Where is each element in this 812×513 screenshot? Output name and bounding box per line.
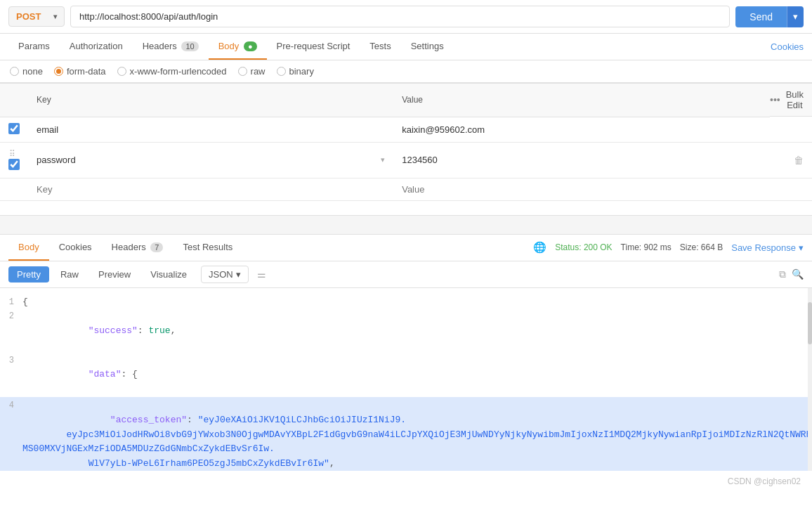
top-bar: POST ▾ Send ▾ xyxy=(0,0,812,34)
password-chevron-icon[interactable]: ▾ xyxy=(381,155,385,164)
send-button-group: Send ▾ xyxy=(735,6,804,27)
response-time: Time: 902 ms xyxy=(621,242,672,252)
radio-none[interactable] xyxy=(10,67,19,76)
radio-binary[interactable] xyxy=(277,67,286,76)
col-check xyxy=(0,84,28,117)
row3-key-cell xyxy=(28,178,393,200)
response-tab-bar: Body Cookies Headers 7 Test Results 🌐 St… xyxy=(0,235,812,261)
option-urlencoded[interactable]: x-www-form-urlencoded xyxy=(117,66,227,77)
scrollbar-thumb[interactable] xyxy=(808,302,812,344)
row1-value-cell xyxy=(393,117,770,142)
tab-body[interactable]: Body ● xyxy=(209,34,267,60)
watermark-text: CSDN @cighsen02 xyxy=(728,476,801,486)
drag-handle-icon[interactable]: ⠿ xyxy=(9,149,15,159)
option-form-data-label: form-data xyxy=(67,66,106,77)
format-type-select[interactable]: JSON ▾ xyxy=(201,266,249,283)
filter-icon[interactable]: ⚌ xyxy=(257,268,266,280)
row2-value-input[interactable] xyxy=(402,155,761,165)
radio-raw[interactable] xyxy=(238,67,247,76)
row3-value-cell xyxy=(393,178,770,200)
radio-form-data[interactable] xyxy=(54,67,63,76)
url-input[interactable] xyxy=(70,6,730,27)
table-row xyxy=(0,178,812,200)
row2-check-cell: ⠿ xyxy=(0,142,28,178)
col-actions: ••• Bulk Edit xyxy=(770,84,812,117)
table-row: ⠿ ▾ 🗑 xyxy=(0,142,812,178)
row1-checkbox[interactable] xyxy=(8,123,20,134)
send-arrow-button[interactable]: ▾ xyxy=(787,6,804,27)
response-tab-body[interactable]: Body xyxy=(8,235,49,261)
table-row xyxy=(0,117,812,142)
radio-urlencoded[interactable] xyxy=(117,67,126,76)
format-type-label: JSON xyxy=(209,269,233,280)
option-urlencoded-label: x-www-form-urlencoded xyxy=(130,66,227,77)
method-chevron-icon: ▾ xyxy=(53,13,57,20)
json-line-2: 2 "success": true, xyxy=(0,309,812,353)
option-none[interactable]: none xyxy=(10,66,43,77)
form-table-wrapper: Key Value ••• Bulk Edit xyxy=(0,83,812,201)
search-icon[interactable]: 🔍 xyxy=(792,268,804,280)
option-none-label: none xyxy=(22,66,43,77)
option-binary-label: binary xyxy=(289,66,314,77)
delete-row-icon[interactable]: 🗑 xyxy=(794,155,804,166)
row3-check-cell xyxy=(0,178,28,200)
response-tab-test-results[interactable]: Test Results xyxy=(173,235,242,261)
row1-key-cell xyxy=(28,117,393,142)
form-table: Key Value ••• Bulk Edit xyxy=(0,84,812,201)
request-tab-bar: Params Authorization Headers 10 Body ● P… xyxy=(0,34,812,60)
tab-authorization[interactable]: Authorization xyxy=(60,34,133,60)
row3-key-input[interactable] xyxy=(37,184,385,195)
row1-key-input[interactable] xyxy=(37,124,385,135)
json-viewer: 1 { 2 "success": true, 3 "data": { 4 "ac… xyxy=(0,288,812,471)
table-header-row: Key Value ••• Bulk Edit xyxy=(0,84,812,117)
format-raw-button[interactable]: Raw xyxy=(52,266,87,283)
row2-checkbox[interactable] xyxy=(8,159,20,170)
response-status-bar: 🌐 Status: 200 OK Time: 902 ms Size: 664 … xyxy=(533,241,804,254)
save-response-button[interactable]: Save Response ▾ xyxy=(731,242,804,253)
row1-check-cell xyxy=(0,117,28,142)
json-viewer-area: 1 { 2 "success": true, 3 "data": { 4 "ac… xyxy=(0,288,812,471)
format-chevron-icon: ▾ xyxy=(236,269,241,280)
tab-settings[interactable]: Settings xyxy=(401,34,454,60)
scrollbar-track[interactable] xyxy=(808,288,812,471)
globe-icon: 🌐 xyxy=(533,241,546,254)
format-visualize-button[interactable]: Visualize xyxy=(142,266,195,283)
option-raw[interactable]: raw xyxy=(238,66,266,77)
method-select[interactable]: POST ▾ xyxy=(8,6,65,27)
json-line-4: 4 "access_token": "eyJ0eXAiOiJKV1QiLCJhb… xyxy=(0,397,812,470)
row1-value-input[interactable] xyxy=(402,124,761,135)
cookies-button[interactable]: Cookies xyxy=(771,41,804,52)
format-bar: Pretty Raw Preview Visualize JSON ▾ ⚌ ⧉ … xyxy=(0,261,812,288)
row2-key-cell: ▾ xyxy=(28,142,393,178)
option-binary[interactable]: binary xyxy=(277,66,314,77)
copy-icon[interactable]: ⧉ xyxy=(779,268,786,280)
row2-key-input[interactable] xyxy=(37,155,375,165)
save-response-label: Save Response xyxy=(731,242,796,253)
tab-prerequest[interactable]: Pre-request Script xyxy=(267,34,360,60)
watermark: CSDN @cighsen02 xyxy=(0,471,812,492)
bulk-edit-button[interactable]: Bulk Edit xyxy=(786,89,804,110)
response-size: Size: 664 B xyxy=(680,242,723,252)
format-preview-button[interactable]: Preview xyxy=(90,266,139,283)
status-code: Status: 200 OK xyxy=(555,242,612,252)
response-tab-headers[interactable]: Headers 7 xyxy=(102,235,173,261)
row3-value-input[interactable] xyxy=(402,184,761,195)
row1-actions-cell xyxy=(770,117,812,142)
col-value: Value xyxy=(393,84,770,117)
option-raw-label: raw xyxy=(251,66,266,77)
section-divider xyxy=(0,215,812,235)
password-field: ▾ xyxy=(37,155,385,165)
tab-params[interactable]: Params xyxy=(8,34,60,60)
method-label: POST xyxy=(16,11,41,22)
col-key: Key xyxy=(28,84,393,117)
format-pretty-button[interactable]: Pretty xyxy=(8,266,49,283)
response-tab-cookies[interactable]: Cookies xyxy=(49,235,102,261)
tab-headers[interactable]: Headers 10 xyxy=(133,34,209,60)
json-line-1: 1 { xyxy=(0,295,812,310)
tab-tests[interactable]: Tests xyxy=(360,34,400,60)
more-options-icon[interactable]: ••• xyxy=(770,94,780,105)
send-button[interactable]: Send xyxy=(735,6,787,27)
option-form-data[interactable]: form-data xyxy=(54,66,106,77)
row2-value-cell xyxy=(393,142,770,178)
json-line-3: 3 "data": { xyxy=(0,353,812,397)
